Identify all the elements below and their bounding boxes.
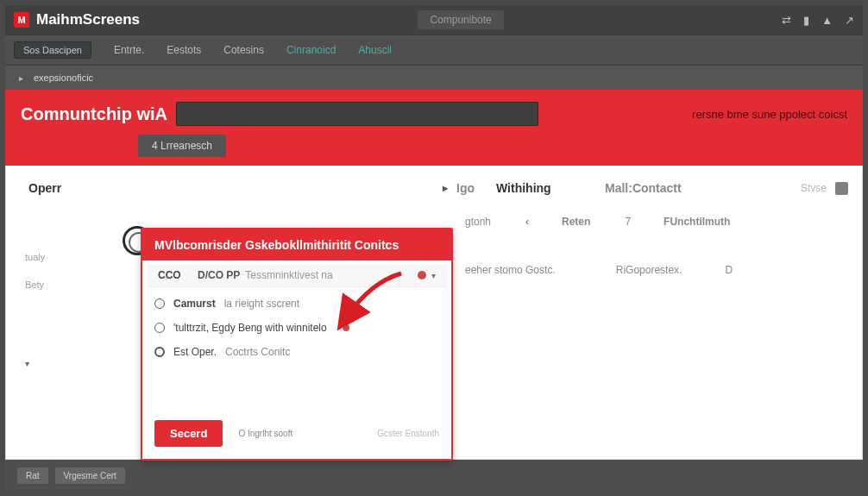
- cell-func: FUnchtilmuth: [664, 216, 730, 228]
- field-label: CCO: [158, 269, 192, 281]
- dialog-cc-field[interactable]: CCO D/CO PP Tessmninktivest na ▾: [148, 264, 446, 287]
- app-logo-icon: M: [14, 12, 29, 28]
- field-status-dot-icon: [418, 271, 426, 279]
- bookmark-icon[interactable]: ▮: [803, 14, 809, 27]
- dialog-body: Camurst la rieight sscrent 'tulttrzit, E…: [142, 287, 451, 411]
- footer: Rat Vrgesme Cert: [5, 460, 863, 491]
- breadcrumb-caret-icon: ▸: [19, 73, 23, 83]
- radio-icon[interactable]: [154, 347, 165, 357]
- option-3[interactable]: Est Oper. Coctrts Conitc: [154, 346, 439, 358]
- col-igo[interactable]: Igo: [453, 178, 487, 198]
- option-sub: la rieight sscrent: [224, 298, 299, 310]
- cell-num: 7: [625, 216, 631, 228]
- filter-chip[interactable]: 4 Lrreanesch: [138, 135, 226, 157]
- option-label: Est Oper.: [173, 346, 217, 358]
- cell-rigo: RiGoporestex.: [616, 264, 682, 276]
- nav-item-2[interactable]: Eestots: [167, 44, 201, 56]
- nav-item-5[interactable]: Ahuscil: [358, 44, 392, 56]
- app-title: MaihmScreens: [36, 11, 140, 28]
- radio-icon[interactable]: [154, 298, 165, 309]
- cell-reten: Reten: [562, 216, 590, 228]
- field-tag: D/CO PP: [198, 269, 240, 281]
- nav-pill[interactable]: Sos Dascipen: [14, 41, 91, 59]
- col-open[interactable]: Operr: [25, 178, 99, 198]
- cell-gtonh: gtonh: [465, 216, 491, 228]
- breadcrumb: ▸ exepsionoficic: [5, 66, 863, 90]
- field-dropdown-icon[interactable]: ▾: [431, 271, 436, 280]
- cell-d: D: [725, 264, 733, 276]
- header-note: rersne bme sune ppolect coicst: [692, 108, 847, 121]
- col-state-box-icon[interactable]: [835, 182, 848, 195]
- navbar: Sos Dascipen Entrte. Eestots Cotesins Ci…: [5, 35, 863, 66]
- primary-button[interactable]: Secerd: [154, 420, 223, 447]
- header-search-input[interactable]: [176, 102, 538, 126]
- expand-caret-icon[interactable]: ▾: [25, 359, 45, 368]
- cell-eeher: eeher stomo Gostc.: [465, 264, 556, 276]
- option-1[interactable]: Camurst la rieight sscrent: [154, 298, 439, 310]
- option-label: Camurst: [173, 298, 216, 310]
- swap-icon[interactable]: ⇄: [782, 14, 791, 27]
- nav-item-3[interactable]: Cotesins: [223, 44, 264, 56]
- breadcrumb-text[interactable]: exepsionoficic: [34, 72, 93, 83]
- option-label: 'tulttrzit, Egdy Beng with winnitelo: [173, 322, 327, 334]
- nav-item-1[interactable]: Entrte.: [114, 44, 144, 56]
- field-placeholder: Tessmninktivest na: [245, 269, 412, 281]
- up-icon[interactable]: ▲: [821, 14, 833, 27]
- option-2[interactable]: 'tulttrzit, Egdy Beng with winnitelo: [154, 322, 439, 334]
- row-label-2: Bety: [25, 279, 45, 290]
- angle-left-icon: ‹: [525, 216, 529, 228]
- dialog-title: MVlbcomrisder Gskebokllmithiritit Conitc…: [142, 229, 451, 261]
- titlebar-actions: ⇄ ▮ ▲ ↗: [782, 14, 854, 27]
- radio-icon[interactable]: [154, 323, 165, 333]
- column-headers: Operr ▸ Igo Withihing Mall:Contactt Stvs…: [25, 178, 848, 198]
- left-row-labels: tualy Bety ▾: [25, 252, 45, 368]
- footer-hint-right: Gcster Enstonth: [377, 429, 439, 438]
- sort-icon[interactable]: ▸: [443, 182, 448, 194]
- page-header-band: Comnuntchip wiA rersne bme sune ppolect …: [5, 90, 863, 166]
- titlebar: M MaihmScreens Compunibote ⇄ ▮ ▲ ↗: [5, 5, 863, 35]
- option-sub: Coctrts Conitc: [225, 346, 290, 358]
- footer-btn-2[interactable]: Vrgesme Cert: [55, 468, 125, 484]
- footer-btn-1[interactable]: Rat: [17, 468, 48, 484]
- col-state[interactable]: Stvse: [797, 179, 830, 198]
- col-withholding[interactable]: Withihing: [493, 178, 596, 198]
- dialog: MVlbcomrisder Gskebokllmithiritit Conitc…: [141, 228, 453, 461]
- page-title: Comnuntchip wiA: [21, 104, 167, 124]
- footer-hint: O Ingrlht sooft: [238, 429, 292, 438]
- dialog-footer: Secerd O Ingrlht sooft Gcster Enstonth: [142, 411, 451, 459]
- option-dot-icon: [343, 324, 349, 331]
- external-icon[interactable]: ↗: [845, 14, 854, 27]
- col-mailcontact[interactable]: Mall:Contactt: [601, 178, 731, 198]
- nav-item-4[interactable]: Cinranoicd: [286, 44, 336, 56]
- row-label-1: tualy: [25, 252, 45, 262]
- title-center-tab[interactable]: Compunibote: [418, 10, 503, 29]
